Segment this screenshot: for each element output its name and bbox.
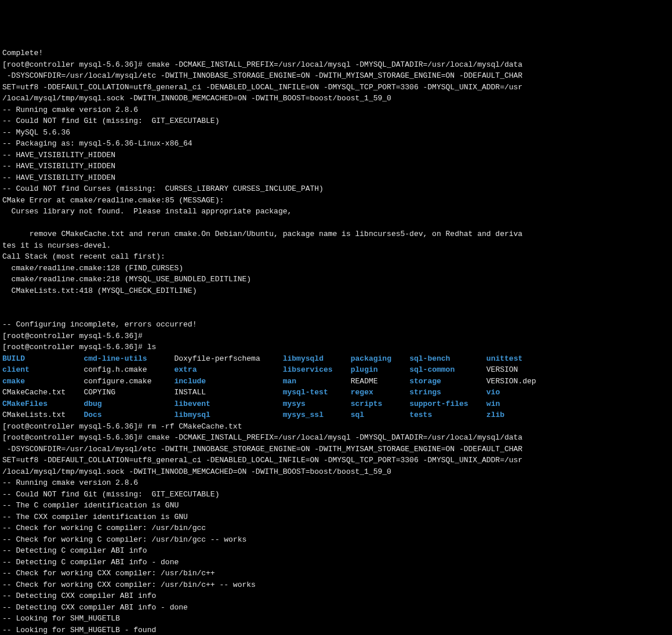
ls-entry: sql — [351, 411, 364, 419]
output-line: -- Running cmake version 2.8.6 — [2, 478, 138, 487]
prompt-command-line: [root@controller mysql-5.6.36]# cmake -D… — [2, 60, 522, 69]
ls-entry: man — [283, 377, 296, 386]
output-line: -- Check for working C compiler: /usr/bi… — [2, 535, 246, 544]
output-line: remove CMakeCache.txt and rerun cmake.On… — [2, 230, 522, 238]
ls-entry: libmysql — [174, 411, 210, 419]
ls-entry: mysql-test — [283, 388, 328, 397]
ls-entry: VERSION.dep — [486, 377, 536, 386]
output-line: -- Detecting CXX compiler ABI info — [2, 592, 156, 600]
ls-entry: win — [486, 400, 500, 408]
ls-entry: VERSION — [486, 365, 518, 374]
output-line: /local/mysql/tmp/mysql.sock -DWITH_INNOD… — [2, 94, 391, 103]
ls-entry: scripts — [351, 400, 383, 408]
ls-entry: mysys — [283, 400, 306, 408]
output-line: -- Check for working CXX compiler: /usr/… — [2, 569, 215, 578]
output-line: SET=utf8 -DDEFAULT_COLLATION=utf8_genera… — [2, 456, 522, 465]
ls-entry: tests — [409, 411, 432, 419]
ls-entry: include — [174, 377, 206, 386]
output-line: -- Packaging as: mysql-5.6.36-Linux-x86_… — [2, 139, 192, 148]
ls-entry: strings — [409, 388, 441, 397]
ls-entry: cmake — [2, 377, 25, 386]
ls-entry: dbug — [83, 400, 101, 408]
ls-entry: CMakeLists.txt — [2, 411, 66, 419]
ls-entry: packaging — [351, 354, 391, 363]
output-line: -- HAVE_VISIBILITY_HIDDEN — [2, 173, 115, 182]
ls-entry: support-files — [409, 400, 468, 408]
ls-entry: plugin — [351, 365, 378, 374]
prompt-command-line: [root@controller mysql-5.6.36]# cmake -D… — [2, 433, 522, 442]
ls-entry: cmd-line-utils — [83, 354, 147, 363]
ls-entry: COPYING — [83, 388, 115, 397]
ls-entry: extra — [174, 365, 197, 374]
ls-entry: sql-common — [409, 365, 455, 374]
ls-entry: BUILD — [2, 354, 25, 363]
ls-entry: zlib — [486, 411, 504, 419]
output-line: -- Detecting C compiler ABI info - done — [2, 558, 179, 567]
ls-entry: sql-bench — [409, 354, 450, 363]
output-line: SET=utf8 -DDEFAULT_COLLATION=utf8_genera… — [2, 83, 522, 92]
output-line: -- Check for working C compiler: /usr/bi… — [2, 524, 206, 532]
ls-entry: Docs — [83, 411, 101, 419]
prompt-command-line: [root@controller mysql-5.6.36]# rm -rf C… — [2, 422, 246, 431]
ls-entry: CMakeCache.txt — [2, 388, 66, 397]
output-line: -- Could NOT find Git (missing: GIT_EXEC… — [2, 490, 224, 499]
ls-entry: INSTALL — [174, 388, 206, 397]
ls-entry: unittest — [486, 354, 522, 363]
output-line: -- Detecting C compiler ABI info — [2, 546, 147, 555]
ls-entry: libmysqld — [283, 354, 324, 363]
terminal-output[interactable]: Complete! [root@controller mysql-5.6.36]… — [2, 48, 670, 635]
prompt-command-line: [root@controller mysql-5.6.36]# ls — [2, 343, 156, 351]
ls-entry: mysys_ssl — [283, 411, 324, 419]
output-line: -- Looking for SHM_HUGETLB - found — [2, 626, 156, 634]
ls-entry: vio — [486, 388, 500, 397]
prompt-command-line: [root@controller mysql-5.6.36]# — [2, 332, 147, 340]
ls-entry: libservices — [283, 365, 333, 374]
output-line: -- Running cmake version 2.8.6 — [2, 106, 138, 114]
output-line: cmake/readline.cmake:218 (MYSQL_USE_BUND… — [2, 275, 251, 284]
output-line: -DSYSCONFDIR=/usr/local/mysql/etc -DWITH… — [2, 71, 522, 80]
output-line: -- Check for working CXX compiler: /usr/… — [2, 580, 256, 589]
output-line: CMake Error at cmake/readline.cmake:85 (… — [2, 196, 224, 205]
output-line: -- Configuring incomplete, errors occurr… — [2, 320, 197, 329]
output-line: Call Stack (most recent call first): — [2, 252, 165, 261]
output-line: CMakeLists.txt:418 (MYSQL_CHECK_EDITLINE… — [2, 286, 197, 295]
output-line: cmake/readline.cmake:128 (FIND_CURSES) — [2, 264, 183, 273]
output-line: -- Looking for SHM_HUGETLB — [2, 614, 120, 623]
output-line: -- The CXX compiler identification is GN… — [2, 513, 188, 521]
output-line: Complete! — [2, 49, 43, 57]
output-line: -- The C compiler identification is GNU — [2, 501, 179, 510]
output-line: -- Detecting CXX compiler ABI info - don… — [2, 603, 188, 612]
output-line: tes it is ncurses-devel. — [2, 241, 111, 250]
ls-output: BUILD cmd-line-utils Doxyfile-perfschema… — [2, 353, 670, 421]
ls-entry: README — [351, 377, 378, 386]
ls-entry: regex — [351, 388, 373, 397]
ls-entry: storage — [409, 377, 441, 386]
output-line: -- MySQL 5.6.36 — [2, 128, 70, 137]
output-line: -- Could NOT find Curses (missing: CURSE… — [2, 184, 328, 193]
output-line: -- HAVE_VISIBILITY_HIDDEN — [2, 151, 115, 159]
ls-entry: configure.cmake — [83, 377, 151, 386]
output-line: -- HAVE_VISIBILITY_HIDDEN — [2, 162, 115, 170]
ls-entry: config.h.cmake — [83, 365, 147, 374]
ls-entry: libevent — [174, 400, 210, 408]
ls-entry: Doxyfile-perfschema — [174, 354, 260, 363]
output-line: -- Could NOT find Git (missing: GIT_EXEC… — [2, 117, 224, 125]
ls-entry: CMakeFiles — [2, 400, 48, 408]
output-line: Curses library not found. Please install… — [2, 207, 292, 216]
ls-entry: client — [2, 365, 30, 374]
output-line: /local/mysql/tmp/mysql.sock -DWITH_INNOD… — [2, 467, 391, 476]
output-line: -DSYSCONFDIR=/usr/local/mysql/etc -DWITH… — [2, 445, 522, 453]
